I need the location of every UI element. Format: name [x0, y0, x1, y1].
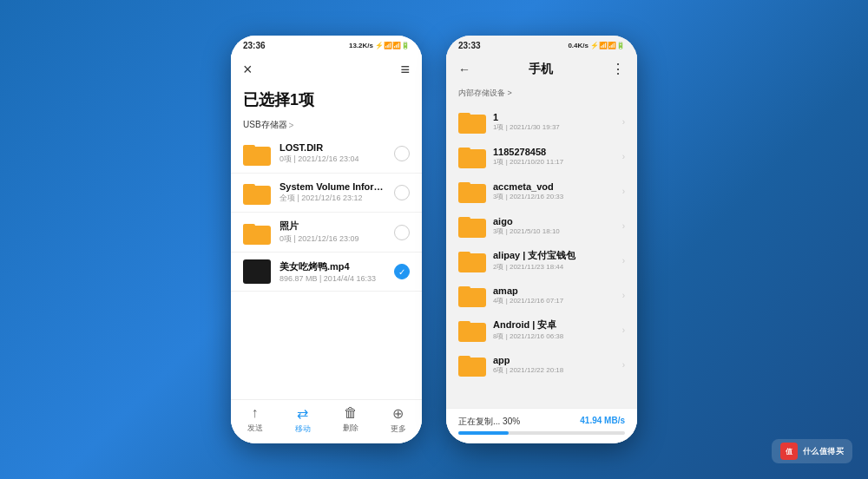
file-name-photos: 照片 — [279, 220, 385, 233]
right-file-name-7: Android | 安卓 — [493, 318, 615, 331]
right-file-meta-8: 6项 | 2021/12/22 20:18 — [493, 365, 615, 375]
right-nav-bar: ← 手机 ⋮ — [446, 54, 637, 84]
toolbar-more[interactable]: ⊕ 更多 — [374, 405, 422, 435]
right-file-info-4: aigo 3项 | 2021/5/10 18:10 — [493, 216, 615, 236]
file-name-video: 美女吃烤鸭.mp4 — [279, 260, 385, 273]
left-file-list: LOST.DIR 0项 | 2021/12/16 23:04 System Vo… — [231, 135, 422, 399]
toolbar-move[interactable]: ⇄ 移动 — [279, 405, 326, 435]
right-arrow-8: › — [622, 360, 625, 370]
checkbox-photos[interactable] — [394, 225, 410, 240]
right-folder-icon-7 — [458, 318, 486, 342]
right-phone: 23:33 0.4K/s ⚡📶📶🔋 ← 手机 ⋮ 内部存储设备 > — [446, 36, 637, 443]
folder-icon-lost-dir — [243, 141, 271, 166]
right-file-name-4: aigo — [493, 216, 615, 226]
right-folder-icon-8 — [458, 352, 486, 377]
svg-rect-5 — [243, 224, 255, 229]
left-status-bar: 23:36 13.2K/s ⚡📶📶🔋 — [231, 36, 422, 54]
right-file-item-4[interactable]: aigo 3项 | 2021/5/10 18:10 › — [446, 208, 637, 243]
svg-rect-3 — [243, 184, 255, 189]
right-folder-icon-3 — [458, 179, 486, 203]
right-status-icons: 0.4K/s ⚡📶📶🔋 — [568, 42, 625, 49]
file-meta-video: 896.87 MB | 2014/4/4 16:33 — [279, 274, 385, 283]
file-item-system-volume[interactable]: System Volume Information 全项 | 2021/12/1… — [231, 174, 422, 213]
move-label: 移动 — [295, 423, 311, 435]
send-icon: ↑ — [252, 405, 259, 421]
right-time: 23:33 — [458, 41, 481, 50]
left-nav-bar: × ≡ — [231, 54, 422, 86]
watermark: 值 什么值得买 — [772, 439, 853, 463]
more-label: 更多 — [391, 423, 406, 435]
right-page-title: 手机 — [470, 62, 611, 77]
left-breadcrumb[interactable]: USB存储器 > — [231, 115, 422, 135]
file-item-lost-dir[interactable]: LOST.DIR 0项 | 2021/12/16 23:04 — [231, 135, 422, 174]
right-file-item-2[interactable]: 1185278458 1项 | 2021/10/20 11:17 › — [446, 139, 637, 174]
left-time: 23:36 — [243, 41, 266, 50]
right-status-bar: 23:33 0.4K/s ⚡📶📶🔋 — [446, 36, 637, 54]
copy-progress: 正在复制... 30% 41.94 MB/s — [446, 408, 637, 443]
copy-progress-header: 正在复制... 30% 41.94 MB/s — [458, 416, 625, 428]
right-network-speed: 0.4K/s — [568, 42, 589, 49]
right-file-meta-1: 1项 | 2021/1/30 19:37 — [493, 122, 615, 132]
file-info-photos: 照片 0项 | 2021/12/16 23:09 — [279, 220, 385, 245]
right-arrow-6: › — [622, 291, 625, 300]
file-name-system-volume: System Volume Information — [279, 181, 385, 192]
right-folder-icon-2 — [458, 144, 486, 168]
svg-rect-19 — [458, 321, 470, 326]
file-info-lost-dir: LOST.DIR 0项 | 2021/12/16 23:04 — [279, 142, 385, 165]
file-item-video[interactable]: 美女吃烤鸭.mp4 896.87 MB | 2014/4/4 16:33 ✓ — [231, 253, 422, 292]
menu-button[interactable]: ≡ — [400, 61, 410, 79]
file-item-photos[interactable]: 照片 0项 | 2021/12/16 23:09 — [231, 213, 422, 253]
checkbox-lost-dir[interactable] — [394, 146, 410, 161]
watermark-text: 什么值得买 — [803, 446, 845, 457]
svg-rect-17 — [458, 286, 470, 292]
back-button[interactable]: ← — [458, 62, 470, 76]
move-icon: ⇄ — [297, 405, 308, 422]
bottom-toolbar: ↑ 发送 ⇄ 移动 🗑 删除 ⊕ 更多 — [231, 399, 422, 443]
file-meta-photos: 0项 | 2021/12/16 23:09 — [279, 233, 385, 245]
right-file-info-1: 1 1项 | 2021/1/30 19:37 — [493, 112, 615, 132]
right-file-info-3: accmeta_vod 3项 | 2021/12/16 20:33 — [493, 181, 615, 201]
svg-rect-13 — [458, 217, 470, 222]
right-folder-icon-4 — [458, 213, 486, 238]
right-file-meta-6: 4项 | 2021/12/16 07:17 — [493, 296, 615, 305]
right-file-meta-7: 8项 | 2021/12/16 06:38 — [493, 331, 615, 341]
right-file-meta-4: 3项 | 2021/5/10 18:10 — [493, 226, 615, 236]
right-file-item-3[interactable]: accmeta_vod 3项 | 2021/12/16 20:33 › — [446, 174, 637, 208]
right-folder-icon-5 — [458, 248, 486, 272]
more-icon: ⊕ — [392, 405, 404, 422]
right-file-item-6[interactable]: amap 4项 | 2021/12/16 07:17 › — [446, 278, 637, 312]
right-menu-button[interactable]: ⋮ — [611, 61, 625, 77]
right-file-meta-3: 3项 | 2021/12/16 20:33 — [493, 192, 615, 201]
right-file-name-1: 1 — [493, 112, 615, 122]
right-file-item-7[interactable]: Android | 安卓 8项 | 2021/12/16 06:38 › — [446, 312, 637, 347]
checkbox-video[interactable]: ✓ — [394, 264, 410, 279]
right-file-list: 1 1项 | 2021/1/30 19:37 › 1185278458 1项 |… — [446, 104, 637, 408]
right-file-info-7: Android | 安卓 8项 | 2021/12/16 06:38 — [493, 318, 615, 341]
right-file-item-8[interactable]: app 6项 | 2021/12/22 20:18 › — [446, 347, 637, 382]
checkbox-system-volume[interactable] — [394, 185, 410, 200]
right-file-item-1[interactable]: 1 1项 | 2021/1/30 19:37 › — [446, 104, 637, 139]
right-file-name-6: amap — [493, 285, 615, 296]
file-info-video: 美女吃烤鸭.mp4 896.87 MB | 2014/4/4 16:33 — [279, 260, 385, 283]
right-arrow-4: › — [622, 221, 625, 231]
folder-icon-system-volume — [243, 180, 271, 205]
right-arrow-5: › — [622, 256, 625, 266]
copy-status-text: 正在复制... 30% — [458, 416, 520, 428]
page-title: 已选择1项 — [243, 89, 410, 110]
copy-speed-text: 41.94 MB/s — [580, 416, 625, 428]
right-breadcrumb-text: 内部存储设备 > — [458, 89, 512, 97]
svg-rect-7 — [458, 113, 470, 118]
right-file-item-5[interactable]: alipay | 支付宝钱包 2项 | 2021/11/23 18:44 › — [446, 243, 637, 278]
svg-rect-11 — [458, 182, 470, 187]
close-button[interactable]: × — [243, 61, 253, 79]
left-signal-icons: ⚡📶📶🔋 — [375, 42, 410, 49]
right-file-name-2: 1185278458 — [493, 147, 615, 157]
left-phone: 23:36 13.2K/s ⚡📶📶🔋 × ≡ 已选择1项 USB存储器 > — [231, 36, 422, 443]
file-name-lost-dir: LOST.DIR — [279, 142, 385, 153]
file-info-system-volume: System Volume Information 全项 | 2021/12/1… — [279, 181, 385, 204]
file-meta-lost-dir: 0项 | 2021/12/16 23:04 — [279, 154, 385, 165]
toolbar-send[interactable]: ↑ 发送 — [231, 405, 279, 435]
right-file-name-3: accmeta_vod — [493, 181, 615, 192]
toolbar-delete[interactable]: 🗑 删除 — [326, 405, 374, 435]
right-breadcrumb[interactable]: 内部存储设备 > — [446, 84, 637, 104]
